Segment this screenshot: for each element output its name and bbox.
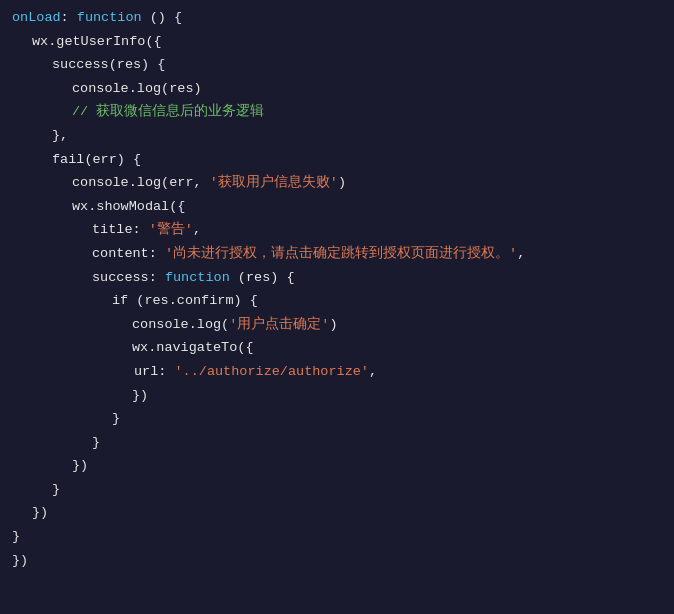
code-line-12: success: function (res) { [0,266,674,290]
string-title: '警告' [149,219,193,241]
code-line-14: console.log('用户点击确定') [0,313,674,337]
code-line-5: // 获取微信信息后的业务逻辑 [0,100,674,124]
string-content: '尚未进行授权，请点击确定跳转到授权页面进行授权。' [165,243,517,265]
code-line-13: if (res.confirm) { [0,289,674,313]
code-line-11: content: '尚未进行授权，请点击确定跳转到授权页面进行授权。', [0,242,674,266]
code-line-21: } [0,478,674,502]
code-line-19: } [0,431,674,455]
code-line-24: }) [0,549,674,573]
code-line-10: title: '警告', [0,218,674,242]
code-line-9: wx.showModal({ [0,195,674,219]
function-keyword: function [77,7,142,29]
code-line-1: onLoad: function () { [0,6,674,30]
comment: // 获取微信信息后的业务逻辑 [72,101,264,123]
function-keyword-2: function [165,267,230,289]
code-line-6: }, [0,124,674,148]
keyword: onLoad [12,7,61,29]
code-editor: onLoad: function () { wx.getUserInfo({ s… [0,0,674,614]
code-line-16: url: '../authorize/authorize', [0,360,674,384]
code-line-2: wx.getUserInfo({ [0,30,674,54]
code-line-20: }) [0,454,674,478]
string-url: '../authorize/authorize' [175,361,369,383]
code-line-15: wx.navigateTo({ [0,336,674,360]
code-line-8: console.log(err, '获取用户信息失败') [0,171,674,195]
code-line-17: }) [0,384,674,408]
code-line-4: console.log(res) [0,77,674,101]
code-line-23: } [0,525,674,549]
code-line-22: }) [0,501,674,525]
code-line-18: } [0,407,674,431]
code-line-7: fail(err) { [0,148,674,172]
code-line-3: success(res) { [0,53,674,77]
string: '获取用户信息失败' [210,172,338,194]
string-confirm: '用户点击确定' [229,314,329,336]
